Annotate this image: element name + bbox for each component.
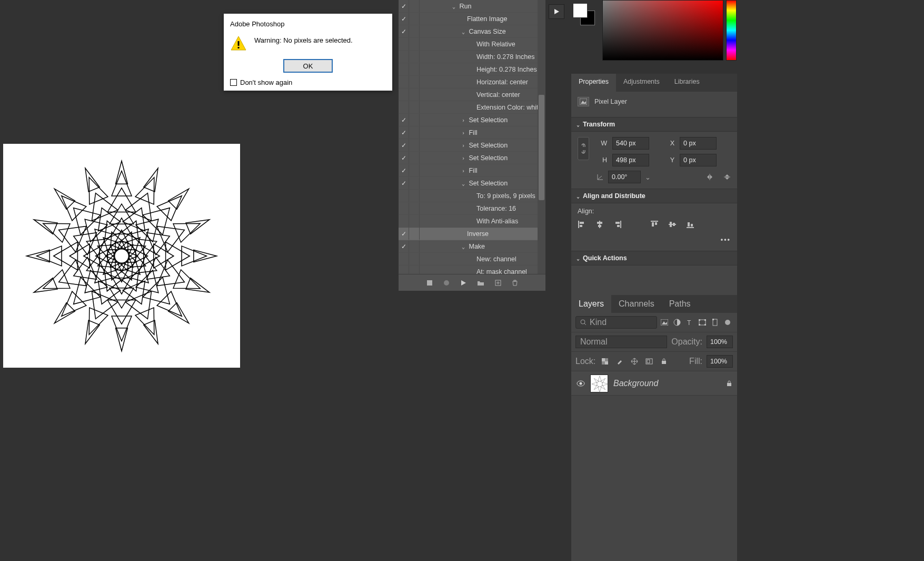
hue-slider[interactable] <box>726 0 737 61</box>
filter-shape-icon[interactable] <box>697 317 708 328</box>
layer-lock-icon[interactable] <box>727 380 732 387</box>
flip-vertical-icon[interactable] <box>723 173 731 181</box>
more-options-icon[interactable]: ••• <box>721 236 731 243</box>
action-dialog-toggle[interactable] <box>409 126 420 139</box>
action-row[interactable]: ✓› Fill <box>399 164 545 177</box>
action-dialog-toggle[interactable] <box>409 190 420 202</box>
action-toggle-checkbox[interactable]: ✓ <box>399 139 409 151</box>
align-bottom-icon[interactable] <box>686 220 694 229</box>
action-row[interactable]: Vertical: center <box>399 88 545 101</box>
link-wh-icon[interactable] <box>578 137 589 160</box>
blend-mode-select[interactable]: Normal <box>575 336 667 348</box>
action-dialog-toggle[interactable] <box>409 0 420 12</box>
canvas-document[interactable] <box>3 144 240 368</box>
action-row[interactable]: ✓› Set Selection <box>399 152 545 164</box>
action-row[interactable]: ✓⌄ Canvas Size <box>399 25 545 38</box>
align-top-icon[interactable] <box>650 220 659 229</box>
action-toggle-checkbox[interactable]: ✓ <box>399 152 409 164</box>
filter-type-icon[interactable]: T <box>684 317 695 328</box>
action-dialog-toggle[interactable] <box>409 114 420 126</box>
foreground-color-swatch[interactable] <box>573 3 588 18</box>
action-toggle-checkbox[interactable] <box>399 215 409 227</box>
action-dialog-toggle[interactable] <box>409 38 420 50</box>
action-row[interactable]: ✓⌄ Set Selection <box>399 177 545 190</box>
record-icon[interactable] <box>443 280 450 286</box>
action-dialog-toggle[interactable] <box>409 63 420 75</box>
quick-actions-header[interactable]: ⌄Quick Actions <box>571 251 737 265</box>
angle-input[interactable]: 0.00° <box>608 171 641 183</box>
action-toggle-checkbox[interactable] <box>399 190 409 202</box>
lock-all-icon[interactable] <box>659 356 669 367</box>
action-row[interactable]: Height: 0.278 Inches <box>399 63 545 76</box>
tab-channels[interactable]: Channels <box>611 295 662 313</box>
action-toggle-checkbox[interactable]: ✓ <box>399 13 409 25</box>
action-toggle-checkbox[interactable] <box>399 51 409 63</box>
ok-button[interactable]: OK <box>284 60 332 72</box>
action-row[interactable]: Horizontal: center <box>399 76 545 88</box>
dont-show-again-checkbox[interactable] <box>230 79 237 86</box>
action-dialog-toggle[interactable] <box>409 25 420 37</box>
align-vcenter-icon[interactable] <box>668 220 677 229</box>
action-toggle-checkbox[interactable]: ✓ <box>399 177 409 189</box>
lock-pixels-icon[interactable] <box>600 356 610 367</box>
action-toggle-checkbox[interactable]: ✓ <box>399 126 409 139</box>
action-toggle-checkbox[interactable]: ✓ <box>399 240 409 252</box>
actions-list[interactable]: ✓⌄ Run✓ Flatten Image✓⌄ Canvas Size With… <box>399 0 545 274</box>
visibility-icon[interactable] <box>577 379 585 388</box>
tab-properties[interactable]: Properties <box>571 74 616 92</box>
height-input[interactable]: 498 px <box>612 154 649 166</box>
new-icon[interactable] <box>495 280 501 286</box>
angle-dropdown-icon[interactable]: ⌄ <box>645 173 651 181</box>
color-swatches[interactable] <box>573 0 600 25</box>
action-dialog-toggle[interactable] <box>409 51 420 63</box>
action-toggle-checkbox[interactable]: ✓ <box>399 0 409 12</box>
action-toggle-checkbox[interactable] <box>399 88 409 101</box>
action-row[interactable]: ✓ Flatten Image <box>399 13 545 25</box>
action-row[interactable]: With Relative <box>399 38 545 51</box>
action-toggle-checkbox[interactable] <box>399 101 409 113</box>
stop-icon[interactable] <box>426 280 433 286</box>
filter-smart-icon[interactable] <box>710 317 720 328</box>
color-field[interactable] <box>602 0 723 61</box>
layer-filter-kind[interactable]: Kind <box>575 316 657 329</box>
align-left-icon[interactable] <box>578 220 586 229</box>
tab-adjustments[interactable]: Adjustments <box>616 74 667 92</box>
action-dialog-toggle[interactable] <box>409 228 420 240</box>
action-dialog-toggle[interactable] <box>409 76 420 88</box>
trash-icon[interactable] <box>512 280 518 286</box>
action-toggle-checkbox[interactable] <box>399 38 409 50</box>
transform-header[interactable]: ⌄Transform <box>571 117 737 132</box>
action-dialog-toggle[interactable] <box>409 164 420 176</box>
action-row[interactable]: At: mask channel <box>399 265 545 274</box>
panel-play-button[interactable] <box>549 4 564 19</box>
action-dialog-toggle[interactable] <box>409 215 420 227</box>
action-row[interactable]: ✓› Set Selection <box>399 114 545 126</box>
filter-adjustment-icon[interactable] <box>672 317 682 328</box>
tab-libraries[interactable]: Libraries <box>667 74 707 92</box>
y-input[interactable]: 0 px <box>680 154 717 166</box>
opacity-input[interactable]: 100% <box>707 336 733 348</box>
action-toggle-checkbox[interactable] <box>399 76 409 88</box>
folder-icon[interactable] <box>477 280 484 286</box>
action-row[interactable]: With Anti-alias <box>399 215 545 228</box>
action-toggle-checkbox[interactable] <box>399 253 409 265</box>
filter-pixel-icon[interactable] <box>659 317 670 328</box>
action-dialog-toggle[interactable] <box>409 13 420 25</box>
action-row[interactable]: ✓› Set Selection <box>399 139 545 152</box>
fill-input[interactable]: 100% <box>707 355 733 368</box>
action-row[interactable]: ✓⌄ Make <box>399 240 545 253</box>
flip-horizontal-icon[interactable] <box>706 173 714 181</box>
layer-row-background[interactable]: Background <box>571 371 737 396</box>
action-row[interactable]: Extension Color: white <box>399 101 545 114</box>
action-dialog-toggle[interactable] <box>409 152 420 164</box>
align-distribute-header[interactable]: ⌄Align and Distribute <box>571 189 737 203</box>
lock-position-icon[interactable] <box>629 356 640 367</box>
x-input[interactable]: 0 px <box>680 137 717 150</box>
action-row[interactable]: To: 9 pixels, 9 pixels <box>399 190 545 202</box>
actions-scrollbar[interactable] <box>538 0 545 274</box>
width-input[interactable]: 540 px <box>612 137 649 150</box>
action-dialog-toggle[interactable] <box>409 177 420 189</box>
action-row[interactable]: Tolerance: 16 <box>399 202 545 215</box>
action-dialog-toggle[interactable] <box>409 240 420 252</box>
tab-layers[interactable]: Layers <box>571 295 611 313</box>
